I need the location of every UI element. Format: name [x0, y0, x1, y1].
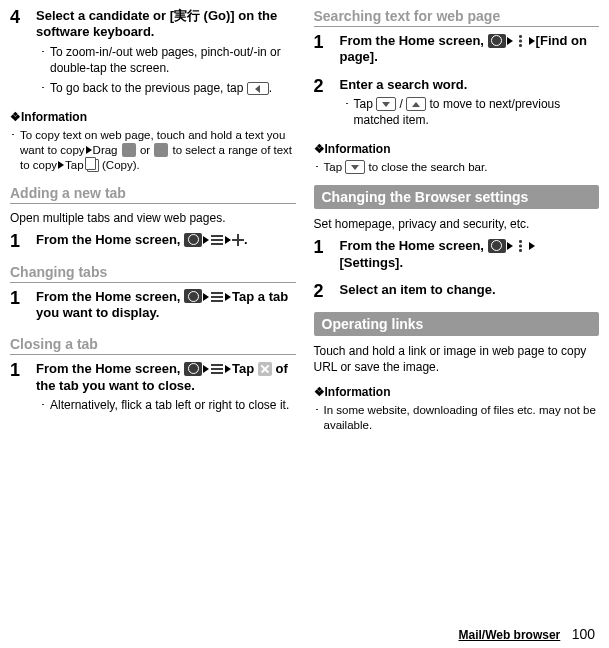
footer-section: Mail/Web browser: [458, 628, 560, 642]
search-step2-bullet: ･ Tap / to move to next/previous matched…: [344, 96, 600, 128]
information-heading: ❖Information: [314, 385, 600, 399]
step-number: 1: [314, 238, 340, 274]
kebab-menu-icon: [514, 34, 528, 48]
arrow-up-icon: [406, 97, 426, 111]
links-info-row: ･ In some website, downloading of files …: [314, 403, 600, 433]
browser-icon: [184, 289, 202, 303]
copy-icon: [87, 159, 99, 172]
addtab-step1: 1 From the Home screen, .: [10, 232, 296, 252]
select-item-to-change: Select an item to change.: [340, 282, 600, 298]
cltab-step1: 1 From the Home screen, Tap of the tab y…: [10, 361, 296, 417]
chtab-step1: 1 From the Home screen, Tap a tab you wa…: [10, 289, 296, 325]
enter-search-word: Enter a search word.: [340, 77, 600, 93]
step-number: 1: [10, 361, 36, 417]
page-number: 100: [572, 626, 595, 642]
info-copy-text: ･ To copy text on web page, touch and ho…: [10, 128, 296, 173]
triangle-icon: [529, 242, 535, 250]
triangle-icon: [86, 146, 92, 154]
back-button-icon: [247, 82, 269, 95]
close-search-icon: [345, 160, 365, 174]
step-4: 4 Select a candidate or [実行 (Go)] on the…: [10, 8, 296, 100]
triangle-icon: [58, 161, 64, 169]
triangle-icon: [203, 293, 209, 301]
section-closing-tab: Closing a tab: [10, 336, 296, 355]
settings-step2: 2 Select an item to change.: [314, 282, 600, 302]
plus-icon: [232, 234, 244, 246]
close-tab-icon: [258, 362, 272, 376]
search-step1: 1 From the Home screen, [Find on page].: [314, 33, 600, 69]
step4-bullet2: ･ To go back to the previous page, tap .: [40, 80, 296, 96]
menu-icon: [210, 234, 224, 246]
settings-step1: 1 From the Home screen, [Settings].: [314, 238, 600, 274]
selection-handle-icon: [154, 143, 168, 157]
menu-icon: [210, 363, 224, 375]
triangle-icon: [225, 293, 231, 301]
footer: Mail/Web browser 100: [458, 626, 595, 642]
browser-icon: [488, 34, 506, 48]
browser-icon: [488, 239, 506, 253]
step-number: 1: [10, 289, 36, 325]
browser-icon: [184, 233, 202, 247]
triangle-icon: [507, 242, 513, 250]
section-searching-text: Searching text for web page: [314, 8, 600, 27]
cltab-bullet1: ･ Alternatively, flick a tab left or rig…: [40, 397, 296, 413]
step-number: 1: [10, 232, 36, 252]
step-number: 2: [314, 77, 340, 133]
triangle-icon: [225, 365, 231, 373]
step-number: 4: [10, 8, 36, 100]
step-number: 2: [314, 282, 340, 302]
triangle-icon: [225, 236, 231, 244]
bullet-dot: ･: [314, 403, 324, 433]
adding-tab-desc: Open multiple tabs and view web pages.: [10, 210, 296, 226]
bullet-dot: ･: [10, 128, 20, 173]
step4-bullet1: ･ To zoom-in/-out web pages, pinch-out/-…: [40, 44, 296, 76]
links-desc: Touch and hold a link or image in web pa…: [314, 343, 600, 375]
bullet-dot: ･: [40, 397, 50, 413]
triangle-icon: [203, 236, 209, 244]
triangle-icon: [529, 37, 535, 45]
arrow-down-icon: [376, 97, 396, 111]
step-title: Select a candidate or [実行 (Go)] on the s…: [36, 8, 296, 41]
section-changing-tabs: Changing tabs: [10, 264, 296, 283]
kebab-menu-icon: [514, 239, 528, 253]
triangle-icon: [203, 365, 209, 373]
bullet-dot: ･: [314, 160, 324, 175]
search-step2: 2 Enter a search word. ･ Tap / to move t…: [314, 77, 600, 133]
information-heading: ❖Information: [10, 110, 296, 124]
information-heading: ❖Information: [314, 142, 600, 156]
browser-icon: [184, 362, 202, 376]
step-number: 1: [314, 33, 340, 69]
left-column: 4 Select a candidate or [実行 (Go)] on the…: [10, 8, 296, 437]
section-adding-tab: Adding a new tab: [10, 185, 296, 204]
menu-icon: [210, 291, 224, 303]
selection-handle-icon: [122, 143, 136, 157]
settings-desc: Set homepage, privacy and security, etc.: [314, 216, 600, 232]
bullet-dot: ･: [344, 96, 354, 128]
triangle-icon: [507, 37, 513, 45]
bullet-dot: ･: [40, 80, 50, 96]
right-column: Searching text for web page 1 From the H…: [314, 8, 600, 437]
search-info-row: ･ Tap to close the search bar.: [314, 160, 600, 175]
banner-browser-settings: Changing the Browser settings: [314, 185, 600, 209]
bullet-dot: ･: [40, 44, 50, 76]
banner-operating-links: Operating links: [314, 312, 600, 336]
